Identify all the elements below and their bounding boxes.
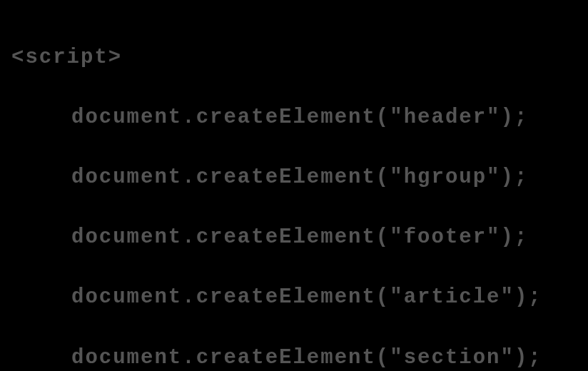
code-line: document.createElement("section");	[11, 343, 577, 371]
code-line: document.createElement("footer");	[11, 223, 577, 253]
code-line: document.createElement("article");	[11, 283, 577, 312]
code-line: document.createElement("header");	[11, 103, 577, 133]
code-snippet: <script> document.createElement("header"…	[0, 0, 588, 371]
code-line-open: <script>	[11, 43, 577, 73]
code-line: document.createElement("hgroup");	[11, 163, 577, 193]
